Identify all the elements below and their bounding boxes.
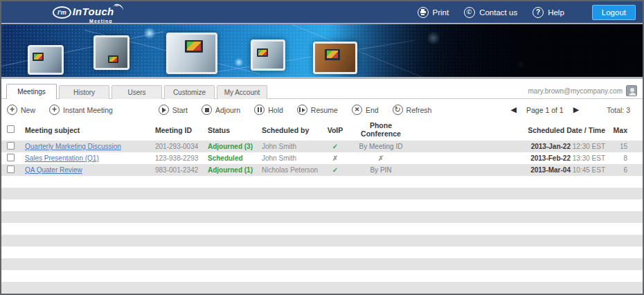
scheduled-date-time: 2013-Mar-04 10:45 EST (488, 166, 605, 174)
help-button[interactable]: ? Help (533, 7, 564, 18)
resume-circle-icon (297, 105, 307, 115)
table-row: Sales Presentation (Q1) 123-938-2293 Sch… (1, 152, 643, 164)
empty-row (1, 188, 643, 199)
contact-us-label: Contact us (479, 8, 517, 17)
phone-icon: ✆ (464, 7, 475, 18)
col-meeting-subject: Meeting subject (25, 126, 155, 134)
col-scheduled-date-time: Scheduled Date / Time (488, 126, 605, 134)
row-checkbox[interactable] (7, 142, 15, 150)
print-icon (418, 7, 429, 18)
meeting-photo-1 (28, 45, 64, 75)
empty-row (1, 235, 643, 247)
phone-conference: ✗ (348, 154, 414, 162)
meeting-subject-link[interactable]: Quarterly Marketing Discussion (25, 143, 121, 150)
phone-conference: By Meeting ID (348, 143, 414, 150)
empty-row (1, 199, 643, 211)
end-meeting-button[interactable]: ✕ End (352, 105, 379, 115)
empty-row (1, 176, 643, 188)
scheduled-by: Nicholas Peterson (262, 166, 323, 174)
col-status: Status (208, 126, 262, 134)
play-circle-icon (159, 105, 169, 115)
select-all-checkbox[interactable] (7, 125, 15, 133)
refresh-button[interactable]: ↻ Refresh (393, 105, 432, 115)
instant-plus-circle-icon: + (49, 105, 60, 115)
table-header: Meeting subject Meeting ID Status Schedu… (1, 119, 643, 141)
tab-meetings[interactable]: Meetings (6, 84, 57, 99)
empty-row (1, 282, 643, 294)
meeting-subject-link[interactable]: Sales Presentation (Q1) (25, 154, 99, 162)
pause-circle-icon (254, 105, 265, 115)
scheduled-by: John Smith (262, 143, 323, 150)
print-label: Print (433, 8, 449, 17)
meeting-subject-link[interactable]: QA Quater Review (25, 166, 82, 174)
empty-row (1, 258, 643, 270)
empty-row (1, 247, 643, 258)
empty-row (1, 211, 643, 223)
print-button[interactable]: Print (418, 7, 449, 18)
meeting-photo-4 (251, 39, 285, 71)
status-badge: Scheduled (208, 154, 262, 162)
tab-my-account[interactable]: My Account (217, 85, 267, 99)
tab-history[interactable]: History (59, 85, 109, 99)
empty-row (1, 223, 643, 235)
logout-button[interactable]: Logout (592, 5, 636, 20)
app-window: I'm InTouch ™ Meeting Print ✆ Contact us… (0, 0, 644, 295)
user-box: mary.brown@mycompany.com (528, 85, 637, 96)
adjourn-meeting-button[interactable]: Adjourn (202, 105, 240, 115)
phone-conference: By PIN (348, 166, 414, 174)
meeting-toolbar: + New + Instant Meeting Start Adjourn Ho… (1, 100, 643, 119)
help-label: Help (548, 8, 564, 17)
resume-meeting-button[interactable]: Resume (297, 105, 338, 115)
page-indicator: Page 1 of 1 (526, 106, 564, 114)
logo-main-text: InTouch (73, 6, 114, 17)
meeting-photo-5 (313, 42, 357, 74)
intouch-meeting-logo: I'm InTouch ™ Meeting (53, 4, 118, 21)
table-row: QA Quater Review 983-001-2342 Adjourned … (1, 164, 643, 176)
stop-circle-icon (202, 105, 212, 115)
col-voip: VoIP (323, 126, 348, 134)
max-participants: 6 (605, 166, 637, 174)
meeting-id: 201-293-0034 (155, 143, 208, 150)
banner-world-map (1, 23, 643, 79)
empty-row (1, 270, 643, 282)
total-count: Total: 3 (607, 106, 630, 114)
question-icon: ? (533, 7, 544, 18)
pagination: ◀ Page 1 of 1 ▶ Total: 3 (510, 105, 637, 114)
col-max: Max (605, 126, 637, 134)
status-badge: Adjourned (3) (208, 143, 262, 150)
plus-circle-icon: + (7, 105, 17, 115)
tab-customize[interactable]: Customize (164, 85, 215, 99)
voip-cross-icon: ✗ (323, 154, 348, 162)
refresh-circle-icon: ↻ (393, 105, 403, 115)
voip-check-icon: ✓ (323, 143, 348, 150)
scheduled-date-time: 2013-Feb-22 13:30 EST (488, 154, 605, 162)
tab-users[interactable]: Users (111, 85, 162, 99)
instant-meeting-button[interactable]: + Instant Meeting (49, 105, 113, 115)
max-participants: 15 (605, 143, 637, 150)
col-phone-conference: PhoneConference (348, 122, 414, 138)
logo-oval-text: I'm (53, 6, 71, 19)
meeting-id: 983-001-2342 (155, 166, 208, 174)
next-page-icon[interactable]: ▶ (573, 105, 579, 114)
top-actions: Print ✆ Contact us ? Help Logout (418, 5, 636, 20)
meeting-photo-2 (93, 35, 129, 70)
col-meeting-id: Meeting ID (155, 126, 208, 134)
top-bar: I'm InTouch ™ Meeting Print ✆ Contact us… (1, 1, 643, 23)
prev-page-icon[interactable]: ◀ (510, 105, 516, 114)
x-circle-icon: ✕ (352, 105, 362, 115)
row-checkbox[interactable] (7, 154, 15, 161)
voip-check-icon: ✓ (323, 166, 348, 174)
table-row: Quarterly Marketing Discussion 201-293-0… (1, 141, 643, 152)
status-badge: Adjourned (1) (208, 166, 262, 174)
row-checkbox[interactable] (7, 166, 15, 173)
meeting-photo-3 (166, 33, 217, 74)
hold-meeting-button[interactable]: Hold (254, 105, 283, 115)
user-email: mary.brown@mycompany.com (528, 87, 623, 95)
max-participants: 8 (605, 154, 637, 162)
new-meeting-button[interactable]: + New (7, 105, 35, 115)
start-meeting-button[interactable]: Start (159, 105, 188, 115)
contact-us-button[interactable]: ✆ Contact us (464, 7, 517, 18)
tab-bar: Meetings History Users Customize My Acco… (1, 84, 643, 99)
col-scheduled-by: Scheduled by (262, 126, 323, 134)
scheduled-by: John Smith (262, 154, 323, 162)
